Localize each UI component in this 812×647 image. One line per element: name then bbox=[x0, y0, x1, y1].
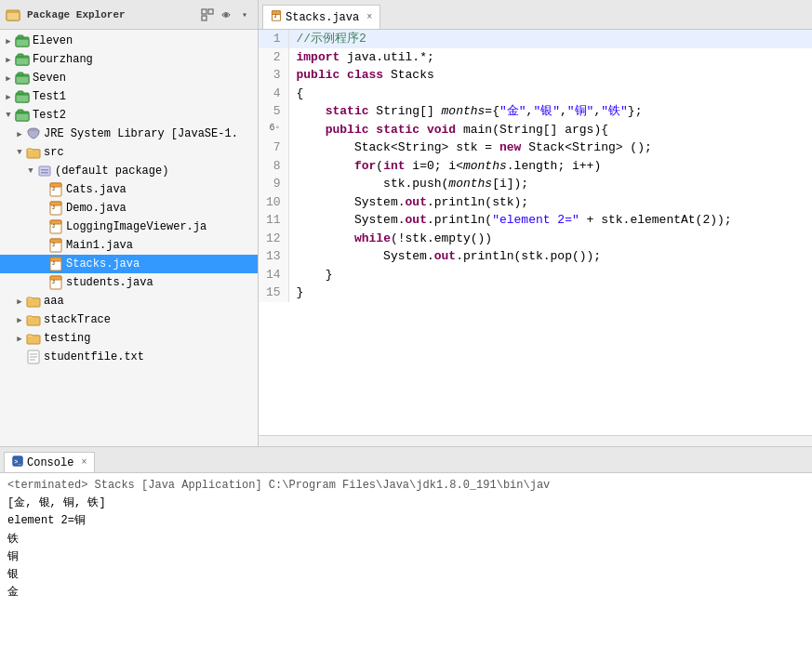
tree-label-main1: Main1.java bbox=[66, 239, 133, 252]
svg-text:>_: >_ bbox=[14, 458, 22, 466]
package-explorer-icon bbox=[6, 7, 20, 22]
tree-label-seven: Seven bbox=[33, 72, 66, 85]
tree-label-logging: LoggingImageViewer.ja bbox=[66, 220, 206, 233]
tree-item-testing[interactable]: ▶ testing bbox=[0, 329, 258, 348]
tree-item-seven[interactable]: ▶ Seven bbox=[0, 69, 258, 87]
svg-rect-24 bbox=[41, 169, 48, 171]
tree-label-demo: Demo.java bbox=[66, 202, 126, 215]
java-icon-demo: J bbox=[48, 201, 63, 216]
editor-tab-close[interactable]: × bbox=[366, 12, 372, 22]
tree-item-default-pkg[interactable]: ▼ (default package) bbox=[0, 162, 258, 180]
expand-default-pkg[interactable]: ▼ bbox=[26, 166, 35, 176]
tree-item-students[interactable]: ▶ J students.java bbox=[0, 273, 258, 292]
expand-test2[interactable]: ▼ bbox=[4, 111, 13, 120]
svg-rect-14 bbox=[18, 73, 23, 75]
folder-icon-stacktrace bbox=[26, 312, 41, 327]
expand-fourzhang[interactable]: ▶ bbox=[4, 55, 13, 64]
line-number: 15 bbox=[259, 284, 288, 302]
svg-point-5 bbox=[224, 13, 228, 17]
svg-rect-10 bbox=[16, 58, 29, 65]
tree-item-fourzhang[interactable]: ▶ Fourzhang bbox=[0, 50, 258, 69]
folder-icon-testing bbox=[26, 331, 41, 346]
svg-rect-44 bbox=[27, 298, 40, 307]
expand-testing[interactable]: ▶ bbox=[15, 334, 24, 343]
svg-text:J: J bbox=[274, 14, 277, 19]
library-icon-jre bbox=[26, 126, 41, 141]
tree-label-students: students.java bbox=[66, 276, 153, 289]
svg-text:J: J bbox=[52, 224, 55, 230]
project-icon-fourzhang bbox=[15, 52, 30, 67]
file-tree: ▶ Eleven ▶ Fourzhang ▶ Seven bbox=[0, 30, 258, 446]
java-icon-cats: J bbox=[48, 182, 63, 197]
tree-item-src[interactable]: ▼ src bbox=[0, 143, 258, 162]
tree-label-testing: testing bbox=[44, 332, 90, 345]
line-number: 8 bbox=[259, 157, 288, 176]
svg-rect-23 bbox=[39, 166, 50, 176]
tree-item-stacks[interactable]: ▶ J Stacks.java bbox=[0, 255, 258, 273]
console-panel: >_ Console × <terminated> Stacks [Java A… bbox=[0, 446, 812, 647]
tree-item-eleven[interactable]: ▶ Eleven bbox=[0, 32, 258, 50]
sidebar-title-area: Package Explorer bbox=[6, 7, 126, 22]
editor-tab-label: Stacks.java bbox=[286, 11, 359, 24]
tree-item-jre[interactable]: ▶ JRE System Library [JavaSE-1. bbox=[0, 125, 258, 143]
tree-item-stacktrace[interactable]: ▶ stackTrace bbox=[0, 310, 258, 329]
view-menu-button[interactable]: ▾ bbox=[237, 7, 252, 22]
svg-rect-19 bbox=[16, 113, 29, 121]
tree-item-aaa[interactable]: ▶ aaa bbox=[0, 292, 258, 310]
line-number: 14 bbox=[259, 266, 288, 284]
tree-item-studentfile[interactable]: ▶ studentfile.txt bbox=[0, 348, 258, 366]
horizontal-scrollbar[interactable] bbox=[259, 435, 812, 446]
tree-label-src: src bbox=[44, 146, 64, 159]
expand-eleven[interactable]: ▶ bbox=[4, 36, 13, 46]
code-line: Stack<String> stk = new Stack<String> ()… bbox=[288, 139, 812, 157]
project-icon-seven bbox=[15, 71, 30, 86]
svg-rect-8 bbox=[18, 35, 23, 38]
svg-rect-11 bbox=[18, 54, 23, 57]
tree-item-cats[interactable]: ▶ J Cats.java bbox=[0, 180, 258, 199]
tree-item-logging[interactable]: ▶ J LoggingImageViewer.ja bbox=[0, 218, 258, 236]
code-line: } bbox=[288, 284, 812, 302]
expand-src[interactable]: ▼ bbox=[15, 148, 24, 157]
tree-label-test1: Test1 bbox=[33, 90, 66, 103]
console-tab[interactable]: >_ Console × bbox=[4, 452, 95, 472]
editor-tab-stacks[interactable]: J Stacks.java × bbox=[262, 5, 380, 29]
tree-item-test1[interactable]: ▶ Test1 bbox=[0, 87, 258, 106]
link-editor-button[interactable] bbox=[219, 7, 233, 22]
code-line: import java.util.*; bbox=[288, 48, 812, 67]
tree-item-demo[interactable]: ▶ J Demo.java bbox=[0, 199, 258, 218]
line-number: 7 bbox=[259, 139, 288, 157]
svg-rect-2 bbox=[202, 9, 206, 14]
tree-label-aaa: aaa bbox=[44, 295, 64, 308]
package-explorer-panel: Package Explorer ▾ ▶ Eleven bbox=[0, 0, 259, 446]
expand-stacktrace[interactable]: ▶ bbox=[15, 315, 24, 324]
expand-aaa[interactable]: ▶ bbox=[15, 297, 24, 306]
svg-rect-7 bbox=[16, 39, 29, 46]
svg-text:J: J bbox=[52, 187, 55, 192]
tree-item-main1[interactable]: ▶ J Main1.java bbox=[0, 236, 258, 255]
svg-rect-3 bbox=[208, 9, 213, 14]
code-line: System.out.println("element 2=" + stk.el… bbox=[288, 211, 812, 230]
code-editor[interactable]: 1//示例程序22import java.util.*;3public clas… bbox=[259, 30, 812, 435]
tree-label-stacks: Stacks.java bbox=[66, 257, 140, 271]
code-line: stk.push(months[i]); bbox=[288, 175, 812, 193]
line-number: 11 bbox=[259, 211, 288, 230]
collapse-all-button[interactable] bbox=[200, 7, 215, 22]
java-icon-main1: J bbox=[48, 238, 63, 253]
java-icon-stacks: J bbox=[48, 257, 63, 271]
project-icon-eleven bbox=[15, 33, 30, 48]
expand-seven[interactable]: ▶ bbox=[4, 73, 13, 83]
tree-label-eleven: Eleven bbox=[33, 34, 73, 47]
code-line: public class Stacks bbox=[288, 66, 812, 85]
console-tab-icon: >_ bbox=[12, 456, 23, 470]
code-line: //示例程序2 bbox=[288, 30, 812, 48]
tree-item-test2[interactable]: ▼ Test2 bbox=[0, 106, 258, 125]
svg-rect-17 bbox=[18, 91, 23, 94]
editor-tab-bar: J Stacks.java × bbox=[259, 0, 812, 30]
expand-test1[interactable]: ▶ bbox=[4, 92, 13, 101]
svg-rect-25 bbox=[41, 172, 48, 174]
tree-label-jre: JRE System Library [JavaSE-1. bbox=[44, 127, 238, 140]
console-tab-close[interactable]: × bbox=[81, 457, 87, 468]
project-icon-test1 bbox=[15, 89, 30, 104]
svg-rect-4 bbox=[202, 16, 206, 20]
expand-jre[interactable]: ▶ bbox=[15, 129, 24, 139]
